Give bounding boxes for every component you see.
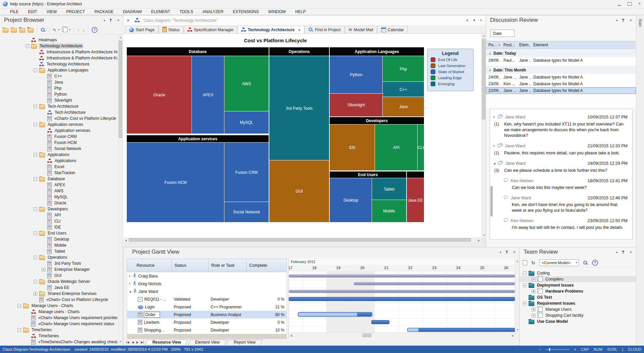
tree-item-tablet[interactable]: Tablet [0, 248, 117, 254]
gantt-column-complete[interactable]: Complete [247, 259, 287, 272]
menu-window[interactable]: WINDOW [264, 9, 291, 14]
menu-edit[interactable]: EDIT [23, 9, 42, 14]
treemap-block-gui[interactable]: GUI [269, 160, 329, 222]
view-tab-resource-view[interactable]: Resource View [146, 340, 187, 345]
close-icon[interactable]: × [513, 251, 516, 254]
start-dock-tab[interactable]: Start [638, 19, 642, 27]
scroll-up-icon[interactable]: ▲ [118, 36, 122, 39]
discussion-message[interactable]: Jane Ward21/09/2015 12:33 PM(1)Paulene, … [493, 143, 628, 156]
expand-box-icon[interactable]: + [34, 292, 37, 296]
treemap-block-oracle[interactable]: Oracle [127, 56, 192, 134]
tab-model-mail[interactable]: ✉Model Mail [345, 26, 377, 33]
treemap-block-social-network[interactable]: Social Network [224, 202, 269, 222]
gantt-row-jane-ward[interactable]: Jane Ward [127, 288, 286, 295]
menu-element[interactable]: ELEMENT [147, 9, 175, 14]
treemap-block-java-ee[interactable]: Java EE [407, 178, 424, 222]
collapse-icon[interactable]: ∧ [466, 18, 469, 22]
treemap-block-mobile[interactable]: Mobile [372, 200, 406, 222]
tree-item-application-services[interactable]: −Application services [0, 121, 117, 128]
collapse-box-icon[interactable]: − [34, 207, 37, 211]
edit-button[interactable]: ✎ [53, 27, 56, 33]
collapse-box-icon[interactable]: − [523, 271, 527, 275]
close-icon[interactable]: × [629, 19, 632, 22]
tree-item-application-services[interactable]: Application services [0, 128, 117, 134]
tree-item-java[interactable]: Java [0, 79, 117, 85]
edit-dropdown-icon[interactable]: ▾ [58, 28, 59, 31]
tree-item-fusion-hcm[interactable]: Fusion HCM [0, 140, 117, 146]
scroll-thumb[interactable] [363, 334, 371, 337]
thread-expand-icon[interactable] [493, 116, 495, 118]
dropdown-icon[interactable]: ▾ [500, 251, 501, 254]
menu-project[interactable]: PROJECT [61, 9, 90, 14]
tree-item-end-users[interactable]: −End Users [0, 230, 117, 236]
tree-item-fusion-crm[interactable]: Fusion CRM [0, 134, 117, 140]
canvas-vertical-scrollbar[interactable]: ▲ ▼ [481, 34, 486, 238]
tree-item-gui[interactable]: GUI [0, 272, 117, 279]
zoom-out-button[interactable]: − [539, 347, 541, 351]
treemap-block-fusion-hcm[interactable]: Fusion HCM [127, 143, 224, 222]
tree-item-timeseries[interactable]: −TimeSeries [0, 327, 117, 333]
menu-diagram[interactable]: DIAGRAM [118, 9, 147, 14]
tab-status[interactable]: Status [159, 26, 183, 33]
menu-view[interactable]: VIEW [42, 9, 62, 14]
scroll-down-icon[interactable]: ▼ [482, 234, 486, 237]
tree-item-manage-users-charts[interactable]: −Manage Users - Charts [0, 303, 117, 309]
gantt-bar[interactable] [371, 320, 389, 324]
row-expand-icon[interactable] [129, 283, 131, 285]
gantt-bar[interactable] [354, 282, 515, 285]
menu-analyzer[interactable]: ANALYZER [198, 9, 228, 14]
tree-item-timeserieschart-changes-awaiting-checkin[interactable]: «TimeSeriesChart» Changes awaiting check… [0, 339, 117, 345]
zoom-slider-thumb[interactable] [549, 348, 550, 351]
help-button[interactable]: ? [92, 27, 98, 33]
canvas-horizontal-scrollbar[interactable]: ◀ ▶ [123, 238, 481, 243]
gantt-bar[interactable] [289, 290, 515, 293]
discussion-group-date-today[interactable]: Date: Today [486, 49, 636, 57]
tree-item-java-ee[interactable]: Java EE [0, 285, 117, 291]
discussion-row[interactable]: 23/09...Ken ...Jane ...Database types fo… [486, 81, 636, 87]
tree-item-ide[interactable]: IDE [0, 224, 117, 230]
collapse-box-icon[interactable]: − [523, 284, 527, 287]
tree-item-shared-enterprise-services[interactable]: +Shared Enterprise Services [0, 291, 117, 297]
tree-item-database[interactable]: −Database [0, 176, 117, 182]
tree-item-cli[interactable]: CLI [0, 218, 117, 224]
discussion-message[interactable]: Jane Ward24/09/2015 12:29 PM(3)Can we pl… [493, 161, 628, 173]
group-by-date-box[interactable]: Date [490, 30, 515, 37]
tree-item-api[interactable]: API [0, 212, 117, 218]
treemap-block-php[interactable]: Php [383, 56, 424, 82]
scroll-right-icon[interactable]: ▶ [477, 239, 481, 242]
tree-item-tech-architecture[interactable]: Tech Architecture [0, 109, 117, 115]
overflow-chevron-icon[interactable]: » [127, 17, 129, 23]
discussion-column-elem[interactable]: Elem... [517, 41, 531, 49]
treemap-block-ide[interactable]: IDE [330, 124, 375, 170]
collapse-box-icon[interactable]: − [34, 123, 37, 127]
discussion-column-post[interactable]: Post... [501, 41, 517, 49]
tree-item-chart-cost-vs-platform-lifecycle[interactable]: «Chart» Cost vs Platform Lifecycle [0, 297, 117, 303]
tree-item-social-network[interactable]: Social Network [0, 146, 117, 152]
collapse-box-icon[interactable]: − [523, 302, 527, 305]
tree-item-mysql[interactable]: MySQL [0, 194, 117, 200]
diagram-canvas[interactable]: Cost vs Platform Lifecycle Legend End Of… [123, 34, 481, 238]
refresh-button[interactable]: ↻ [531, 260, 535, 266]
gantt-row-login[interactable]: LoginProposedC++ Programmer21 % [127, 303, 286, 311]
tree-item-application-languages[interactable]: −Application Languages [0, 67, 117, 73]
menu-tools[interactable]: TOOLS [175, 9, 198, 14]
scroll-left-icon[interactable]: ◀ [289, 334, 293, 337]
tree-item-startracker[interactable]: StarTracker [0, 170, 117, 176]
zoom-in-button[interactable]: + [574, 347, 576, 351]
tree-item-php[interactable]: Php [0, 85, 117, 91]
team-item-compilers[interactable]: +Compilers [520, 276, 636, 282]
dropdown-icon[interactable]: ▾ [616, 19, 618, 22]
pin-icon[interactable] [622, 250, 625, 254]
tree-item-3rd-party-tools[interactable]: 3rd Party Tools [0, 260, 117, 266]
tree-item-operations[interactable]: −Operations [0, 254, 117, 260]
tree-item-technology-architecture[interactable]: −Technology Architecture [0, 43, 117, 49]
team-item-coding[interactable]: −Coding [520, 270, 636, 276]
collapse-box-icon[interactable]: − [25, 44, 29, 48]
team-item-requirement-issues[interactable]: −Requirement Issues [520, 300, 636, 306]
gantt-row-greg-nichols[interactable]: Greg Nichols [127, 280, 286, 288]
discussion-message[interactable]: Jane Ward10/09/2015 12:37 PM(1)Ken, why … [493, 114, 628, 139]
model-combo[interactable]: <Current Model>▾ [539, 259, 579, 266]
gantt-column-resource[interactable]: Resource [127, 259, 172, 272]
discussion-reply[interactable]: Ken Nielsen23/09/2015 12:50 PMI'm away b… [503, 218, 628, 231]
discussion-group-date-this-month[interactable]: Date: This Month [486, 66, 636, 74]
